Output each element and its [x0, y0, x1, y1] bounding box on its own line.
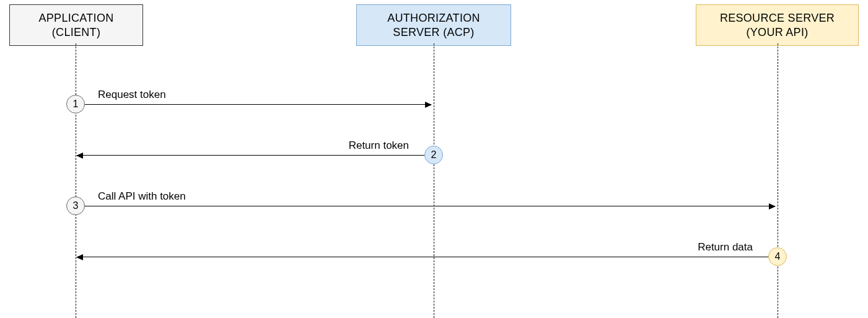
- lifeline-resource: [778, 43, 778, 318]
- step-marker-3: 3: [66, 197, 85, 215]
- arrowhead-icon: [76, 152, 83, 159]
- participant-client-line1: APPLICATION: [17, 11, 135, 25]
- step-number-2: 2: [431, 149, 437, 161]
- step-marker-1: 1: [66, 95, 85, 113]
- step-number-4: 4: [775, 251, 781, 262]
- participant-auth: AUTHORIZATION SERVER (ACP): [356, 4, 511, 46]
- participant-client-line2: (CLIENT): [17, 25, 135, 40]
- arrow-step-3: Call API with token: [81, 206, 775, 206]
- arrowhead-icon: [425, 102, 432, 108]
- participant-auth-line1: AUTHORIZATION: [364, 11, 503, 25]
- arrowhead-icon: [76, 254, 83, 260]
- step-marker-2: 2: [424, 146, 443, 164]
- lifeline-client: [76, 43, 76, 318]
- arrow-step-2: Return token: [77, 155, 427, 156]
- participant-auth-line2: SERVER (ACP): [364, 25, 503, 40]
- participant-resource-line1: RESOURCE SERVER: [704, 11, 851, 25]
- arrow-label-4: Return data: [698, 241, 753, 254]
- participant-resource: RESOURCE SERVER (YOUR API): [696, 4, 859, 46]
- step-marker-4: 4: [768, 247, 787, 266]
- step-number-3: 3: [73, 200, 79, 211]
- arrow-label-1: Request token: [98, 89, 166, 101]
- arrow-label-2: Return token: [349, 139, 409, 152]
- participant-resource-line2: (YOUR API): [704, 25, 851, 40]
- arrowhead-icon: [769, 203, 776, 210]
- step-number-1: 1: [73, 99, 79, 110]
- lifeline-auth: [434, 43, 434, 318]
- arrow-step-1: Request token: [81, 104, 431, 105]
- participant-client: APPLICATION (CLIENT): [9, 4, 143, 46]
- arrow-label-3: Call API with token: [98, 190, 186, 203]
- sequence-diagram: APPLICATION (CLIENT) AUTHORIZATION SERVE…: [0, 0, 868, 318]
- arrow-step-4: Return data: [77, 257, 771, 257]
